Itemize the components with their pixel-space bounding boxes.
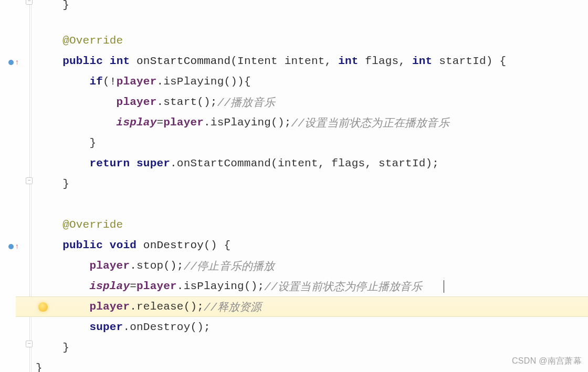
override-dot-icon bbox=[8, 244, 14, 249]
code-line[interactable]: player.start();//播放音乐 bbox=[36, 92, 588, 112]
code-line[interactable]: super.onDestroy(); bbox=[36, 317, 588, 337]
code-line[interactable]: } bbox=[36, 337, 588, 358]
code-line[interactable]: isplay=player.isPlaying();//设置当前状态为正在播放音… bbox=[36, 112, 588, 133]
code-line[interactable]: } bbox=[36, 358, 588, 372]
annotation: @Override bbox=[36, 219, 123, 231]
code-line[interactable]: player.stop();//停止音乐的播放 bbox=[36, 256, 588, 276]
override-gutter-icon[interactable]: ↑ bbox=[0, 52, 32, 72]
code-line[interactable]: } bbox=[36, 0, 588, 10]
code-line[interactable]: if(!player.isPlaying()){ bbox=[36, 71, 588, 92]
code-line[interactable]: @Override bbox=[36, 215, 588, 235]
override-dot-icon bbox=[8, 60, 14, 65]
code-line[interactable]: isplay=player.isPlaying();//设置当前状态为停止播放音… bbox=[36, 276, 588, 296]
code-line[interactable] bbox=[36, 10, 588, 30]
annotation: @Override bbox=[36, 35, 123, 47]
code-line[interactable] bbox=[36, 194, 588, 215]
code-line[interactable]: } bbox=[36, 174, 588, 194]
code-line[interactable]: public void onDestroy() { bbox=[36, 235, 588, 256]
text-cursor bbox=[444, 280, 444, 293]
watermark: CSDN @南宫萧幕 bbox=[512, 356, 582, 367]
code-area[interactable]: } @Override public int onStartCommand(In… bbox=[32, 0, 588, 372]
up-arrow-icon: ↑ bbox=[15, 244, 19, 249]
code-line-highlighted[interactable]: player.release();//释放资源 bbox=[16, 296, 588, 317]
code-line[interactable]: @Override bbox=[36, 30, 588, 51]
code-line[interactable]: } bbox=[36, 133, 588, 153]
up-arrow-icon: ↑ bbox=[15, 60, 19, 65]
code-line[interactable]: public int onStartCommand(Intent intent,… bbox=[36, 51, 588, 71]
code-editor[interactable]: − ↑ − ↑ − } @Override public int onStart… bbox=[0, 0, 588, 372]
override-gutter-icon[interactable]: ↑ bbox=[0, 237, 32, 257]
code-line[interactable]: return super.onStartCommand(intent, flag… bbox=[36, 153, 588, 174]
bulb-icon[interactable] bbox=[38, 302, 48, 312]
